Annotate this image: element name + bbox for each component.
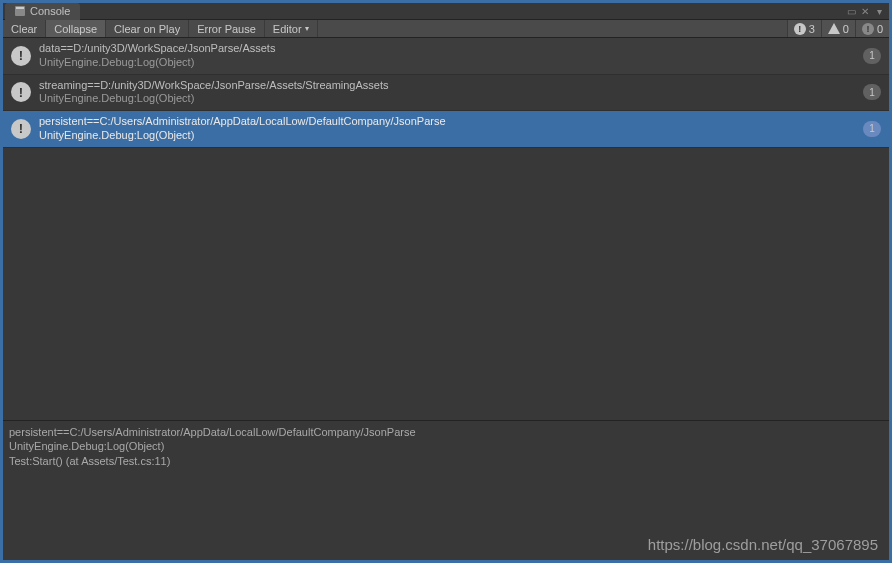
log-count-badge: 1 (863, 48, 881, 64)
dock-icon[interactable]: ▭ (845, 5, 857, 17)
log-count-badge: 1 (863, 121, 881, 137)
log-text: streaming==D:/unity3D/WorkSpace/JsonPars… (39, 79, 855, 107)
clear-on-play-button[interactable]: Clear on Play (106, 20, 189, 37)
error-count: 0 (877, 23, 883, 35)
log-list: data==D:/unity3D/WorkSpace/JsonParse/Ass… (3, 38, 889, 148)
log-row[interactable]: streaming==D:/unity3D/WorkSpace/JsonPars… (3, 75, 889, 112)
detail-line: Test:Start() (at Assets/Test.cs:11) (9, 454, 883, 468)
warn-icon (828, 23, 840, 34)
log-stack: UnityEngine.Debug:Log(Object) (39, 129, 855, 143)
log-message: data==D:/unity3D/WorkSpace/JsonParse/Ass… (39, 42, 855, 56)
toolbar: Clear Collapse Clear on Play Error Pause… (3, 20, 889, 38)
toolbar-spacer (318, 20, 787, 37)
error-icon: ! (862, 23, 874, 35)
log-stack: UnityEngine.Debug:Log(Object) (39, 92, 855, 106)
log-info-icon (11, 82, 31, 102)
close-icon[interactable]: ✕ (859, 5, 871, 17)
menu-icon[interactable]: ▾ (873, 5, 885, 17)
detail-line: persistent==C:/Users/Administrator/AppDa… (9, 425, 883, 439)
tab-console[interactable]: Console (5, 3, 80, 20)
svg-rect-1 (16, 7, 24, 9)
collapse-button[interactable]: Collapse (46, 20, 106, 37)
log-info-icon (11, 46, 31, 66)
log-text: data==D:/unity3D/WorkSpace/JsonParse/Ass… (39, 42, 855, 70)
window-buttons: ▭ ✕ ▾ (845, 5, 889, 17)
error-counter[interactable]: ! 0 (855, 20, 889, 37)
info-count: 3 (809, 23, 815, 35)
clear-button[interactable]: Clear (3, 20, 46, 37)
info-counter[interactable]: ! 3 (787, 20, 821, 37)
info-icon: ! (794, 23, 806, 35)
log-row-selected[interactable]: persistent==C:/Users/Administrator/AppDa… (3, 111, 889, 148)
log-text: persistent==C:/Users/Administrator/AppDa… (39, 115, 855, 143)
detail-line: UnityEngine.Debug:Log(Object) (9, 439, 883, 453)
console-window: Console ▭ ✕ ▾ Clear Collapse Clear on Pl… (0, 0, 892, 563)
warn-counter[interactable]: 0 (821, 20, 855, 37)
log-message: streaming==D:/unity3D/WorkSpace/JsonPars… (39, 79, 855, 93)
titlebar: Console ▭ ✕ ▾ (3, 3, 889, 20)
log-count-badge: 1 (863, 84, 881, 100)
warn-count: 0 (843, 23, 849, 35)
log-stack: UnityEngine.Debug:Log(Object) (39, 56, 855, 70)
tab-label: Console (30, 5, 70, 17)
log-row[interactable]: data==D:/unity3D/WorkSpace/JsonParse/Ass… (3, 38, 889, 75)
log-message: persistent==C:/Users/Administrator/AppDa… (39, 115, 855, 129)
detail-panel[interactable]: persistent==C:/Users/Administrator/AppDa… (3, 420, 889, 560)
error-pause-button[interactable]: Error Pause (189, 20, 265, 37)
log-empty-area (3, 148, 889, 421)
log-info-icon (11, 119, 31, 139)
console-icon (15, 6, 25, 16)
editor-dropdown[interactable]: Editor (265, 20, 318, 37)
